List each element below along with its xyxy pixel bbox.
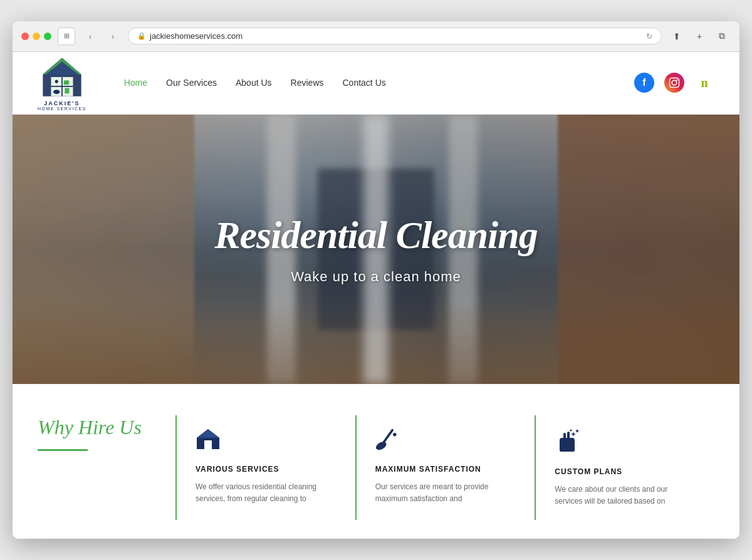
website-content: JACKIE'S HOME SERVICES Home Our Services… (13, 52, 739, 539)
url-text: jackieshomeservices.com (150, 31, 243, 41)
tabs-button[interactable]: ⧉ (713, 28, 731, 45)
card-various-services: VARIOUS SERVICES We offer various reside… (175, 415, 355, 520)
logo-name: JACKIE'S (44, 100, 80, 106)
svg-point-19 (570, 429, 572, 431)
share-button[interactable]: ⬆ (668, 28, 686, 45)
browser-actions: ⬆ + ⧉ (668, 28, 731, 45)
browser-toolbar: ⊞ ‹ › 🔒 jackieshomeservices.com ↻ ⬆ + ⧉ (13, 21, 739, 52)
nextdoor-icon[interactable]: n (694, 73, 714, 93)
navbar: JACKIE'S HOME SERVICES Home Our Services… (13, 52, 739, 115)
nav-reviews[interactable]: Reviews (291, 78, 324, 88)
card-satisfaction-desc: Our services are meant to provide maximu… (375, 481, 516, 505)
card-custom-title: CUSTOM PLANS (555, 467, 696, 476)
social-icons: f n (634, 73, 714, 93)
card-max-satisfaction: MAXIMUM SATISFACTION Our services are me… (355, 415, 535, 520)
hero-section: Residential Cleaning Wake up to a clean … (13, 115, 739, 384)
card-various-title: VARIOUS SERVICES (196, 465, 337, 474)
browser-nav: ‹ › (81, 28, 122, 45)
forward-button[interactable]: › (104, 28, 122, 45)
card-custom-plans: CUSTOM PLANS We care about our clients a… (535, 415, 714, 520)
browser-dots (21, 33, 51, 40)
why-title: Why Hire Us (38, 415, 163, 439)
nav-links: Home Our Services About Us Reviews Conta… (124, 78, 634, 88)
why-left-column: Why Hire Us (38, 415, 175, 520)
nav-home[interactable]: Home (124, 78, 147, 88)
svg-point-17 (375, 440, 388, 450)
logo-area: JACKIE'S HOME SERVICES (38, 55, 86, 111)
svg-point-18 (393, 433, 396, 436)
back-button[interactable]: ‹ (81, 28, 99, 45)
why-cards: VARIOUS SERVICES We offer various reside… (175, 415, 714, 520)
svg-marker-15 (197, 429, 219, 438)
house-icon (196, 428, 337, 456)
svg-rect-8 (65, 88, 69, 93)
lock-icon: 🔒 (137, 32, 146, 40)
nextdoor-letter: n (701, 76, 708, 90)
nav-about[interactable]: About Us (236, 78, 272, 88)
new-tab-button[interactable]: + (691, 28, 708, 45)
svg-rect-6 (63, 80, 69, 85)
refresh-button[interactable]: ↻ (646, 32, 652, 41)
why-hire-us-section: Why Hire Us VARIOUS SERVICES We offer (13, 384, 739, 539)
nav-services[interactable]: Our Services (166, 78, 217, 88)
instagram-icon[interactable] (664, 73, 684, 93)
svg-rect-14 (204, 440, 212, 449)
hero-content: Residential Cleaning Wake up to a clean … (214, 214, 538, 285)
nav-contact[interactable]: Contact Us (343, 78, 386, 88)
svg-point-12 (676, 80, 677, 81)
facebook-icon[interactable]: f (634, 73, 654, 93)
browser-window: ⊞ ‹ › 🔒 jackieshomeservices.com ↻ ⬆ + ⧉ (13, 21, 739, 539)
card-various-desc: We offer various residential cleaning se… (196, 481, 337, 505)
minimize-button[interactable] (33, 33, 40, 40)
hand-sparkle-icon (555, 428, 696, 459)
logo-subtext: HOME SERVICES (38, 106, 86, 111)
card-custom-desc: We care about our clients and our servic… (555, 484, 696, 507)
svg-point-7 (53, 90, 60, 94)
logo-icon (40, 55, 84, 99)
maximize-button[interactable] (44, 33, 51, 40)
close-button[interactable] (21, 33, 29, 40)
address-bar[interactable]: 🔒 jackieshomeservices.com ↻ (128, 28, 662, 44)
svg-point-11 (672, 81, 677, 86)
broom-icon (375, 428, 516, 456)
svg-rect-10 (670, 78, 679, 88)
window-grid-icon[interactable]: ⊞ (58, 28, 75, 45)
why-underline (38, 449, 88, 451)
hero-title: Residential Cleaning (214, 214, 538, 256)
card-satisfaction-title: MAXIMUM SATISFACTION (375, 465, 516, 474)
svg-point-5 (55, 80, 58, 83)
hero-subtitle: Wake up to a clean home (214, 269, 538, 285)
